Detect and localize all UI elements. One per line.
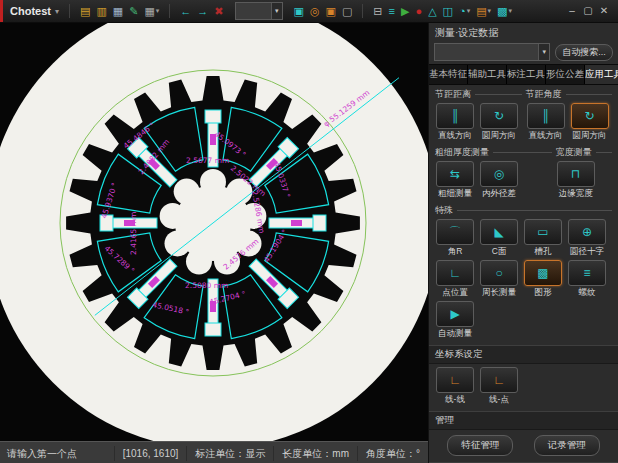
corner-r-label: 角R [433, 246, 477, 258]
thickness-measure[interactable]: ⇆粗细测量 [433, 161, 477, 200]
perimeter-measure[interactable]: ○周长测量 [477, 260, 521, 299]
measure-mode-icon[interactable]: △ [425, 3, 439, 19]
tool-group: 粗细厚度测量⇆粗细测量◎内外径差 [433, 143, 554, 201]
record-manage-button[interactable]: 记录管理 [534, 435, 600, 456]
corner-r[interactable]: ⌒角R [433, 219, 477, 258]
tool-group: 宽度测量⊓边缘宽度 [554, 143, 614, 201]
coord-line-point[interactable]: ∟线-点 [477, 367, 521, 406]
delete-icon[interactable]: ✖ [211, 3, 226, 19]
save-as-icon[interactable]: ▦▾ [141, 3, 162, 19]
pattern[interactable]: ▩图形 [521, 260, 565, 299]
scale-icon[interactable]: ≡ [386, 3, 398, 19]
open-folder-icon[interactable]: ▥ [93, 3, 109, 19]
point-position[interactable]: ∟点位置 [433, 260, 477, 299]
tab-auxiliary-tools[interactable]: 辅助工具 [468, 65, 507, 84]
dropdown-caret-icon[interactable]: ▾ [488, 7, 492, 15]
perimeter-measure-icon: ○ [495, 267, 502, 279]
dropdown-caret-icon[interactable]: ▾ [156, 7, 160, 15]
report-icon-glyph: ▤ [80, 3, 90, 19]
export-icon[interactable]: ▤▾ [473, 3, 494, 19]
camera-image: φ 55.1259 mm2.5677 mm45.4846 °45.0973 °2… [0, 23, 428, 441]
tab-application-tools[interactable]: 应用工具 [585, 65, 618, 84]
open-folder-icon-glyph: ▥ [96, 3, 106, 19]
edge-width[interactable]: ⊓边缘宽度 [554, 161, 598, 200]
auto-measure[interactable]: ▶自动测量 [433, 301, 477, 340]
save-icon[interactable]: ▦ [110, 3, 126, 19]
report-icon[interactable]: ▤ [77, 3, 93, 19]
width-measure-mark [291, 220, 302, 226]
slot-hole[interactable]: ▭槽孔 [521, 219, 565, 258]
inner-outer-diameter[interactable]: ◎内外径差 [477, 161, 521, 200]
pitch-distance-circular-label: 圆周方向 [477, 130, 521, 142]
run-icon[interactable]: ▶ [398, 3, 412, 19]
close-button[interactable]: ✕ [596, 3, 612, 19]
window-controls: –▢✕ [564, 3, 612, 19]
status-annotation-unit: 标注单位：显示 [186, 446, 273, 461]
pitch-distance-linear[interactable]: ║直线方向 [433, 103, 477, 142]
tool-group-title: 粗细厚度测量 [435, 146, 552, 159]
rotate-tool-icon[interactable]: ◔▾ [456, 3, 473, 19]
pitch-distance-linear-button[interactable]: ║ [436, 103, 474, 129]
minimize-button[interactable]: – [564, 3, 580, 19]
coord-line-line-button[interactable]: ∟ [436, 367, 474, 393]
compare-icon[interactable]: ◫ [440, 3, 456, 19]
slot-hole-button[interactable]: ▭ [524, 219, 562, 245]
zoom-icon-glyph: ◎ [310, 3, 320, 19]
point-position-label: 点位置 [433, 287, 477, 299]
camera-viewport[interactable]: φ 55.1259 mm2.5677 mm45.4846 °45.0973 °2… [0, 23, 428, 441]
pitch-angle-linear[interactable]: ║直线方向 [524, 103, 568, 142]
pitch-angle-linear-button[interactable]: ║ [527, 103, 565, 129]
pitch-angle-circular[interactable]: ↻圆周方向 [568, 103, 612, 142]
toolbar-combo[interactable]: ▾ [235, 2, 283, 20]
maximize-button[interactable]: ▢ [580, 3, 596, 19]
perimeter-measure-label: 周长测量 [477, 287, 521, 299]
pitch-distance-circular[interactable]: ↻圆周方向 [477, 103, 521, 142]
forward-icon[interactable]: → [194, 3, 211, 19]
zoom-icon[interactable]: ◎ [307, 3, 323, 19]
image-search-icon[interactable]: ▣ [291, 3, 307, 19]
pitch-distance-linear-label: 直线方向 [433, 130, 477, 142]
inner-outer-diameter-button[interactable]: ◎ [480, 161, 518, 187]
circle-cross[interactable]: ⊕圆径十字 [565, 219, 609, 258]
snapshot-icon[interactable]: ▩▾ [494, 3, 515, 19]
coord-line-point-button[interactable]: ∟ [480, 367, 518, 393]
scale-icon-glyph: ≡ [389, 3, 395, 19]
app-menu[interactable]: Chotest ▾ [3, 5, 65, 17]
c-face[interactable]: ◣C面 [477, 219, 521, 258]
coord-line-line[interactable]: ∟线-线 [433, 367, 477, 406]
c-face-button[interactable]: ◣ [480, 219, 518, 245]
region-icon[interactable]: ▣ [323, 3, 339, 19]
feature-combo-dropdown-icon[interactable]: ▾ [538, 44, 549, 60]
manage-buttons: 特征管理记录管理 [429, 430, 618, 458]
edit-program-icon[interactable]: ✎ [126, 3, 141, 19]
record-icon[interactable]: ● [412, 3, 425, 19]
toolbar-file-group: ▤▥▦✎▦▾ [77, 3, 162, 19]
auto-measure-button[interactable]: ▶ [436, 301, 474, 327]
feature-combo[interactable]: ▾ [434, 43, 550, 61]
auto-search-button[interactable]: 自动搜索... [555, 44, 613, 61]
circle-cross-button[interactable]: ⊕ [568, 219, 606, 245]
tab-annotation-tools[interactable]: 标注工具 [507, 65, 546, 84]
point-position-button[interactable]: ∟ [436, 260, 474, 286]
pitch-distance-circular-button[interactable]: ↻ [480, 103, 518, 129]
tab-geometric-tolerance[interactable]: 形位公差 [546, 65, 585, 84]
toolbar-combo-dropdown-icon[interactable]: ▾ [271, 3, 282, 19]
tab-basic-features[interactable]: 基本特征 [429, 65, 468, 84]
back-icon[interactable]: ← [177, 3, 194, 19]
corner-r-button[interactable]: ⌒ [436, 219, 474, 245]
edge-width-button[interactable]: ⊓ [557, 161, 595, 187]
pitch-angle-circular-icon: ↻ [584, 110, 594, 122]
list-icon[interactable]: ⊟ [370, 3, 385, 19]
thread[interactable]: ≡螺纹 [565, 260, 609, 299]
toolbar-run-group: ⊟≡▶●△◫◔▾▤▾▩▾ [370, 3, 515, 19]
feature-manage-button[interactable]: 特征管理 [447, 435, 513, 456]
dropdown-caret-icon[interactable]: ▾ [509, 7, 513, 15]
thread-button[interactable]: ≡ [568, 260, 606, 286]
display-icon[interactable]: ▢ [339, 3, 355, 19]
pitch-angle-circular-button[interactable]: ↻ [571, 103, 609, 129]
dropdown-caret-icon[interactable]: ▾ [467, 7, 471, 15]
thickness-measure-button[interactable]: ⇆ [436, 161, 474, 187]
section-coordinate-system: 坐标系设定 [429, 345, 618, 364]
pattern-button[interactable]: ▩ [524, 260, 562, 286]
perimeter-measure-button[interactable]: ○ [480, 260, 518, 286]
